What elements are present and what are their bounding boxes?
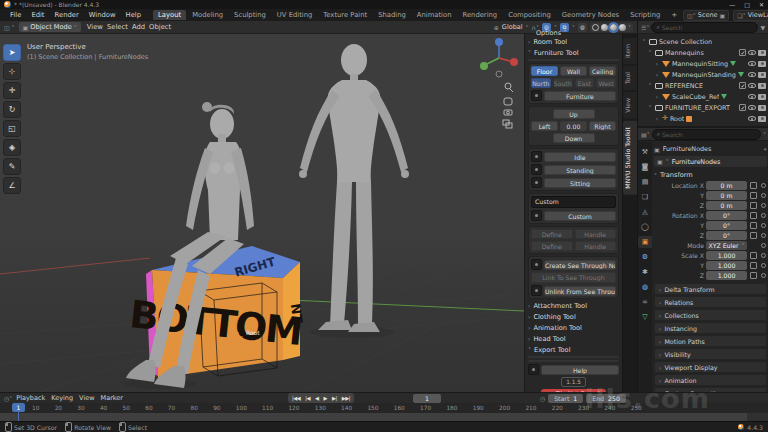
workspace-tab[interactable]: Rendering	[457, 10, 502, 20]
workspace-tab[interactable]: Scripting	[625, 10, 665, 20]
workspace-tab[interactable]: Texture Paint	[318, 10, 372, 20]
solid-shading-icon[interactable]	[601, 24, 608, 31]
open-export-directory-button[interactable]: Open Export Directory	[528, 360, 619, 362]
define-handle-button[interactable]: Define	[531, 229, 573, 239]
workspace-tab[interactable]: Geometry Nodes	[557, 10, 624, 20]
surface-button[interactable]: Floor	[531, 66, 558, 76]
scale-x-field[interactable]: 1.000	[706, 251, 747, 260]
object-icon[interactable]: ▣	[638, 236, 652, 248]
render-icon[interactable]: ◙	[638, 161, 652, 173]
pose-toggle-icon[interactable]	[531, 151, 542, 162]
pose-button[interactable]: Idle	[544, 152, 616, 162]
furniture-button[interactable]: Furniture	[544, 91, 616, 101]
pose-toggle-icon[interactable]	[531, 164, 542, 175]
npanel-tab[interactable]: Tool	[623, 66, 637, 90]
cursor-icon[interactable]: ⊹	[3, 63, 21, 80]
direction-button[interactable]: South	[553, 78, 573, 88]
view-layer-icon[interactable]: ❏	[638, 191, 652, 203]
lock-icon[interactable]	[750, 272, 757, 279]
rotation-z-field[interactable]: 0°	[706, 231, 747, 240]
nudge-down-button[interactable]: Down	[553, 133, 595, 143]
workspace-tab[interactable]: Layout	[153, 10, 186, 20]
define-handle-button[interactable]: Handle	[575, 229, 617, 239]
play-icon[interactable]: ▶	[321, 394, 329, 402]
unlink-icon[interactable]	[531, 285, 542, 296]
animate-dot-icon[interactable]	[761, 203, 766, 208]
properties-section-header[interactable]: ›Viewport Display	[654, 361, 767, 373]
properties-search-input[interactable]: ⌕ Search	[652, 129, 761, 140]
menu-item[interactable]: File	[5, 10, 26, 20]
auto-key-clock-icon[interactable]: ◷	[540, 395, 545, 402]
tool-section-header[interactable]: ›Head Tool	[528, 334, 619, 343]
render-camera-icon[interactable]	[758, 50, 766, 56]
menu-item[interactable]: Edit	[26, 10, 49, 20]
move-icon[interactable]: ✛	[3, 82, 21, 99]
material-shading-icon[interactable]	[610, 24, 617, 31]
direction-button[interactable]: West	[596, 78, 616, 88]
current-frame-field[interactable]: 1	[413, 394, 441, 403]
viewlayer-selector[interactable]: ❏˅ ViewLayer ▣	[733, 10, 768, 21]
hide-eye-icon[interactable]	[748, 50, 756, 55]
viewport-options-dropdown[interactable]: Options ˅	[536, 29, 566, 37]
maximize-button[interactable]: □	[744, 1, 750, 8]
particles-icon[interactable]: ✱	[638, 266, 652, 278]
animate-dot-icon[interactable]	[761, 243, 766, 248]
hide-eye-icon[interactable]	[748, 116, 756, 121]
export-button[interactable]: Export	[528, 356, 619, 358]
hide-eye-icon[interactable]	[748, 83, 756, 88]
hide-eye-icon[interactable]	[748, 72, 756, 77]
timeline-menu-item[interactable]: Marker	[101, 394, 123, 402]
outliner-row-scalecube-ref[interactable]: › ScaleCube_Ref	[638, 91, 768, 102]
workspace-tab[interactable]: Modeling	[187, 10, 228, 20]
properties-editor-icon[interactable]: ▤˅	[641, 131, 650, 138]
timeline-ruler[interactable]: 1020304050607080901001101201301401501601…	[0, 403, 768, 413]
pan-hand-icon[interactable]	[504, 98, 512, 105]
link-see-through-button[interactable]: Link To See Through	[531, 272, 616, 283]
direction-button[interactable]: East	[575, 78, 595, 88]
workspace-tab[interactable]: +	[666, 10, 682, 20]
properties-section-header[interactable]: ›Relations	[654, 296, 767, 308]
next-key-icon[interactable]: ▶|	[330, 394, 339, 402]
render-camera-icon[interactable]	[758, 83, 766, 89]
object-name-row[interactable]: ▣ ˅ FurnitureNodes	[654, 156, 767, 167]
output-icon[interactable]: ▤	[638, 176, 652, 188]
animate-dot-icon[interactable]	[761, 213, 766, 218]
world-icon[interactable]: ◯	[638, 221, 652, 233]
animate-dot-icon[interactable]	[761, 223, 766, 228]
pin-icon[interactable]: ⌖	[764, 145, 767, 153]
timeline-editor-icon[interactable]: ◷˅	[4, 395, 12, 402]
rotation-y-field[interactable]: 0°	[706, 221, 747, 230]
see-through-toggle-icon[interactable]	[531, 259, 542, 270]
filter-funnel-icon[interactable]: ▼	[760, 24, 765, 31]
render-camera-icon[interactable]	[758, 61, 766, 67]
playhead[interactable]: 1	[12, 403, 25, 412]
scale-icon[interactable]: ◱	[3, 120, 21, 137]
overlays-toggle[interactable]: ◍	[578, 23, 587, 32]
animate-dot-icon[interactable]	[761, 233, 766, 238]
jump-start-icon[interactable]: |◀◀	[290, 394, 302, 402]
modifiers-icon[interactable]: ⚙	[638, 251, 652, 263]
npanel-tab[interactable]: View	[623, 92, 637, 119]
tool-icon[interactable]: ⚒	[638, 146, 652, 158]
custom-toggle-icon[interactable]	[531, 210, 542, 221]
outliner-row-mannequins[interactable]: ˅ Mannequins	[638, 47, 768, 58]
physics-icon[interactable]: ◍	[638, 281, 652, 293]
rotation-mode-dropdown[interactable]: XYZ Euler˅	[706, 241, 747, 250]
workspace-tab[interactable]: UV Editing	[272, 10, 317, 20]
pose-button[interactable]: Sitting	[544, 178, 616, 188]
define-handle-button[interactable]: Define	[531, 241, 573, 251]
orientation-dropdown[interactable]: Global	[502, 23, 523, 31]
new-scene-icon[interactable]: ▣	[720, 12, 726, 19]
outliner-row-mannequin-sitting[interactable]: › MannequinSitting	[638, 58, 768, 69]
lock-icon[interactable]	[750, 212, 757, 219]
timeline-menu-item[interactable]: Keying	[51, 394, 73, 402]
nudge-left-button[interactable]: Left	[531, 121, 558, 131]
lock-icon[interactable]	[750, 262, 757, 269]
lock-icon[interactable]	[750, 202, 757, 209]
menu-item[interactable]: Help	[121, 10, 147, 20]
outliner-search-input[interactable]: ⌕ Search	[651, 22, 758, 33]
menu-item[interactable]: Render	[50, 10, 84, 20]
pose-toggle-icon[interactable]	[531, 177, 542, 188]
mannequin-standing[interactable]	[299, 44, 409, 332]
minimize-button[interactable]: —	[729, 1, 735, 8]
